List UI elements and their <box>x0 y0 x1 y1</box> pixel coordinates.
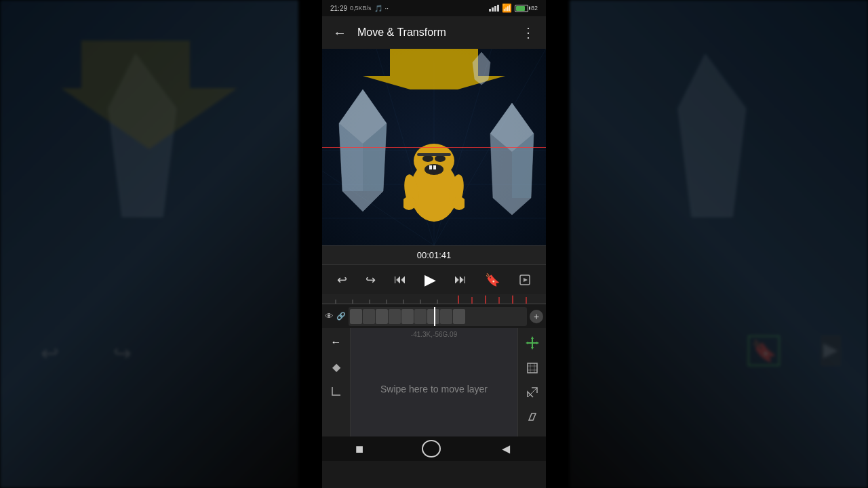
menu-button[interactable]: ⋮ <box>519 22 538 43</box>
more-icon: ·· <box>385 5 389 12</box>
track-timeline[interactable] <box>349 307 527 326</box>
panel-diamond-button[interactable]: ◆ <box>330 358 343 376</box>
battery-fill <box>516 6 525 11</box>
network-speed: 0,5KB/s <box>350 5 372 12</box>
skip-start-button[interactable]: ⏮ <box>390 270 410 289</box>
home-button[interactable] <box>422 440 441 458</box>
panel-right-buttons <box>517 328 546 436</box>
play-button[interactable]: ▶ <box>420 268 440 291</box>
stop-button[interactable]: ■ <box>347 439 372 460</box>
signal-bar-3 <box>494 6 496 12</box>
svg-point-23 <box>435 155 446 162</box>
track-thumb <box>350 309 362 324</box>
resize-icon <box>526 362 538 374</box>
move-button[interactable] <box>523 333 542 352</box>
nav-bar: ■ ◄ <box>322 436 546 461</box>
export-button[interactable] <box>514 270 536 289</box>
export-icon <box>518 273 532 287</box>
svg-marker-33 <box>524 278 528 282</box>
undo-button[interactable]: ↩ <box>333 270 351 290</box>
battery-icon <box>515 5 528 12</box>
music-icon: 🎵 <box>374 5 382 12</box>
track-thumb <box>453 309 465 324</box>
lock-icon[interactable]: 🔗 <box>336 312 346 321</box>
left-panel: ↩ ↪ <box>0 0 298 488</box>
redo-button[interactable]: ↪ <box>361 270 380 290</box>
svg-rect-27 <box>433 165 436 169</box>
back-nav-button[interactable]: ◄ <box>491 439 521 460</box>
jake-character <box>403 123 465 232</box>
skew-icon <box>526 411 538 423</box>
resize-button[interactable] <box>524 359 541 377</box>
track-thumb <box>376 309 388 324</box>
wifi-icon: 📶 <box>502 3 512 13</box>
crystal-left <box>332 89 393 225</box>
svg-rect-44 <box>485 296 486 304</box>
ruler-svg <box>322 294 546 304</box>
skip-end-button[interactable]: ⏭ <box>450 270 471 289</box>
track-thumb <box>440 309 452 324</box>
svg-marker-53 <box>526 342 528 344</box>
add-track-button[interactable]: + <box>530 310 543 323</box>
status-left: 21:29 0,5KB/s 🎵 ·· <box>330 5 389 12</box>
track-thumb <box>427 309 439 324</box>
signal-bar-4 <box>497 5 499 12</box>
track-thumbnails <box>349 307 467 326</box>
swipe-text: Swipe here to move layer <box>380 384 488 394</box>
track-controls: 👁 🔗 <box>325 311 346 321</box>
move-icon <box>526 336 539 350</box>
svg-marker-19 <box>473 52 490 85</box>
bottom-panel: ← ◆ -41.3K,-56G.09 Swipe here to move la… <box>322 328 546 436</box>
svg-rect-55 <box>528 363 537 373</box>
swipe-area[interactable]: Swipe here to move layer <box>351 341 517 436</box>
current-time: 00:01:41 <box>417 250 452 260</box>
status-bar: 21:29 0,5KB/s 🎵 ·· 📶 82 <box>322 0 546 16</box>
yellow-arrow <box>322 49 546 89</box>
signal-bar-1 <box>489 9 491 12</box>
svg-marker-61 <box>529 413 536 420</box>
phone-container: 21:29 0,5KB/s 🎵 ·· 📶 82 ← Move & Transfo… <box>322 0 546 488</box>
svg-rect-24 <box>417 153 451 156</box>
track-area: 👁 🔗 + <box>322 304 546 328</box>
svg-rect-43 <box>471 297 473 304</box>
svg-rect-26 <box>429 165 432 169</box>
crystal-top-right <box>471 52 492 86</box>
signal-bars <box>489 5 499 12</box>
skew-button[interactable] <box>524 408 541 426</box>
panel-back-button[interactable]: ← <box>328 333 344 351</box>
app-bar: ← Move & Transform ⋮ <box>322 16 546 49</box>
preview-area <box>322 49 546 245</box>
panel-crop-button[interactable] <box>328 383 344 399</box>
panel-main: -41.3K,-56G.09 Swipe here to move layer <box>351 328 517 436</box>
timeline-section: 00:01:41 <box>322 245 546 264</box>
playhead <box>434 307 435 326</box>
scale-button[interactable] <box>524 384 541 401</box>
signal-bar-2 <box>492 7 494 12</box>
crystal-right <box>485 103 539 225</box>
svg-rect-42 <box>458 296 459 304</box>
transport-bar: ↩ ↪ ⏮ ▶ ⏭ 🔖 <box>322 264 546 294</box>
crosshair-horizontal <box>322 147 546 148</box>
scale-icon <box>526 386 538 399</box>
svg-point-22 <box>422 155 433 162</box>
crop-icon <box>331 386 342 396</box>
svg-marker-52 <box>531 347 534 350</box>
track-thumb <box>363 309 375 324</box>
bookmark-button[interactable]: 🔖 <box>481 270 504 290</box>
svg-line-60 <box>528 388 537 397</box>
svg-marker-51 <box>531 336 534 339</box>
time-display: 21:29 <box>330 5 347 12</box>
eye-icon[interactable]: 👁 <box>325 311 334 321</box>
track-thumb <box>401 309 414 324</box>
timeline-ruler <box>322 294 546 304</box>
scene-canvas <box>322 49 546 245</box>
right-panel: 🔖 ▶ <box>570 0 868 488</box>
svg-rect-45 <box>498 297 500 304</box>
app-title: Move & Transform <box>357 26 511 39</box>
svg-marker-54 <box>536 342 539 344</box>
back-button[interactable]: ← <box>330 22 349 43</box>
track-thumb <box>389 309 401 324</box>
battery-percent: 82 <box>531 5 538 12</box>
svg-rect-47 <box>526 297 527 304</box>
svg-rect-46 <box>512 296 513 304</box>
